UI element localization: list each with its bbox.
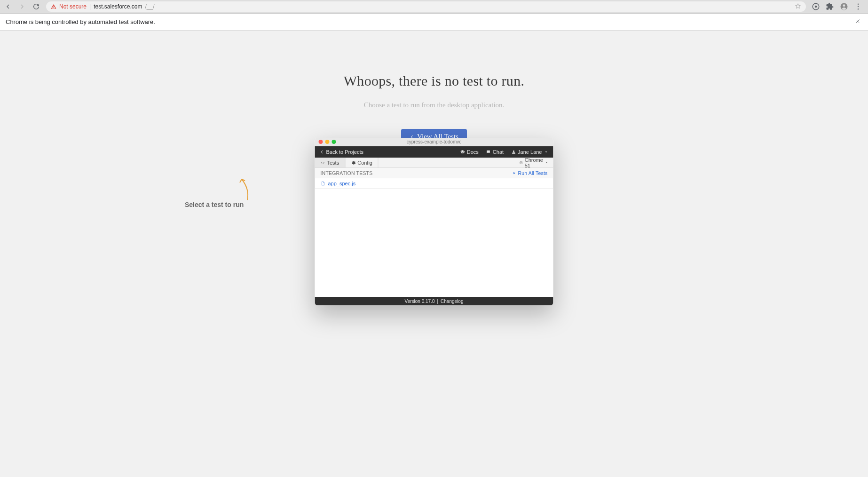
svg-point-3 <box>843 4 845 7</box>
svg-point-7 <box>520 161 522 164</box>
browser-select[interactable]: Chrome 51 <box>514 158 553 167</box>
svg-point-1 <box>815 6 817 8</box>
caret-down-icon <box>545 161 549 165</box>
play-icon <box>512 171 516 175</box>
toolbar-right <box>812 2 864 11</box>
version-label: Version 0.17.0 <box>405 299 435 304</box>
run-all-tests-link[interactable]: Run All Tests <box>512 170 547 176</box>
app-title: cypress-example-todomvc <box>407 139 462 144</box>
security-label: Not secure <box>59 3 87 10</box>
forward-button[interactable] <box>18 2 26 11</box>
tab-config[interactable]: Config <box>345 158 379 167</box>
test-file-row[interactable]: app_spec.js <box>315 178 553 189</box>
back-button[interactable] <box>4 2 12 11</box>
browser-select-label: Chrome 51 <box>525 157 543 168</box>
chat-icon <box>486 150 491 154</box>
extension-cypress-icon[interactable] <box>812 2 820 11</box>
page-headline: Whoops, there is no test to run. <box>0 31 868 89</box>
bookmark-star-icon[interactable] <box>795 3 801 11</box>
user-menu[interactable]: Jane Lane <box>511 149 548 155</box>
address-bar[interactable]: Not secure | test.salesforce.com/__/ <box>46 1 806 12</box>
svg-point-5 <box>858 6 859 7</box>
graduation-cap-icon <box>460 150 465 154</box>
cypress-app-window: cypress-example-todomvc Back to Projects… <box>315 138 553 305</box>
close-infobar-button[interactable] <box>853 16 862 27</box>
app-tabs: Tests Config Chrome 51 <box>315 158 553 168</box>
profile-icon[interactable] <box>840 2 848 11</box>
app-footer: Version 0.17.0 | Changelog <box>315 297 553 305</box>
tab-config-label: Config <box>357 160 372 166</box>
annotation-select-test: Select a test to run <box>185 201 244 208</box>
run-all-tests-label: Run All Tests <box>518 170 547 176</box>
not-secure-icon <box>51 4 56 9</box>
window-minimize-icon[interactable] <box>325 140 330 144</box>
chat-link[interactable]: Chat <box>486 149 504 155</box>
chrome-icon <box>519 161 523 165</box>
page-subhead: Choose a test to run from the desktop ap… <box>0 101 868 109</box>
caret-down-icon <box>544 150 549 154</box>
chevron-left-icon <box>320 150 324 154</box>
integration-tests-header: INTEGRATION TESTS Run All Tests <box>315 168 553 178</box>
browser-toolbar: Not secure | test.salesforce.com/__/ <box>0 0 868 14</box>
app-body-blank <box>315 189 553 297</box>
changelog-link[interactable]: Changelog <box>441 299 463 304</box>
tab-tests-label: Tests <box>327 160 339 166</box>
svg-point-4 <box>858 4 859 5</box>
docs-link[interactable]: Docs <box>460 149 479 155</box>
window-close-icon[interactable] <box>319 140 323 144</box>
page-content: Whoops, there is no test to run. Choose … <box>0 31 868 477</box>
extensions-icon[interactable] <box>826 2 834 11</box>
window-maximize-icon[interactable] <box>332 140 336 144</box>
back-to-projects-link[interactable]: Back to Projects <box>320 149 363 155</box>
svg-point-6 <box>858 8 859 9</box>
back-to-projects-label: Back to Projects <box>326 149 363 155</box>
docs-label: Docs <box>467 149 479 155</box>
test-file-name: app_spec.js <box>328 181 356 186</box>
url-host: test.salesforce.com <box>94 3 142 10</box>
chat-label: Chat <box>493 149 504 155</box>
automation-info-bar: Chrome is being controlled by automated … <box>0 14 868 31</box>
app-titlebar: cypress-example-todomvc <box>315 138 553 146</box>
app-nav: Back to Projects Docs Chat Jane Lane <box>315 146 553 158</box>
separator: | <box>437 299 438 304</box>
separator: | <box>89 3 91 10</box>
kebab-menu-icon[interactable] <box>854 2 862 11</box>
traffic-lights <box>319 140 336 144</box>
user-label: Jane Lane <box>518 149 542 155</box>
user-icon <box>511 150 516 154</box>
tab-tests[interactable]: Tests <box>315 158 346 167</box>
gear-icon <box>351 160 355 165</box>
url-path: /__/ <box>145 3 155 10</box>
reload-button[interactable] <box>32 2 40 11</box>
integration-tests-title: INTEGRATION TESTS <box>321 170 373 176</box>
arrow-left-icon <box>238 177 252 201</box>
code-icon <box>321 160 325 165</box>
automation-info-text: Chrome is being controlled by automated … <box>6 18 155 25</box>
file-icon <box>321 181 325 186</box>
svg-point-8 <box>521 162 521 163</box>
